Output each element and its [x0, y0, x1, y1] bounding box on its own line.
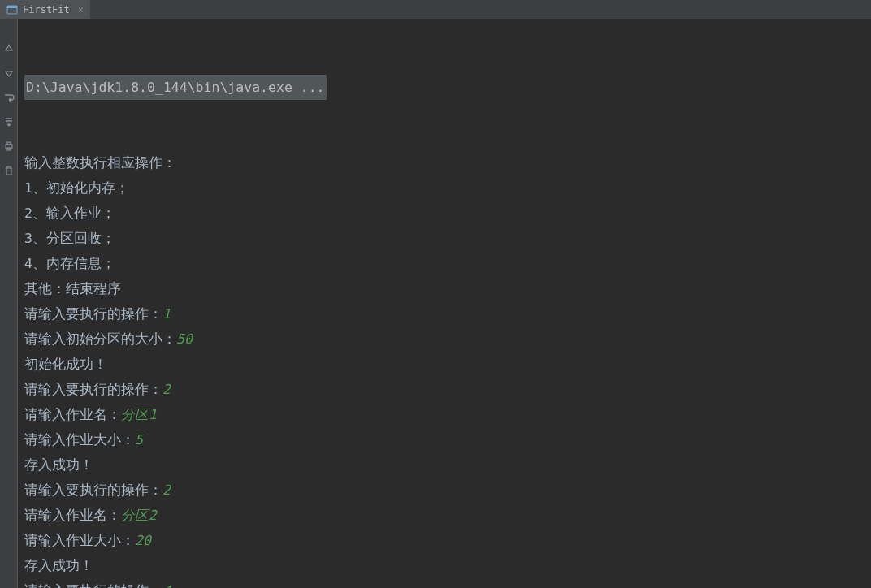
console-line: 输入整数执行相应操作：	[24, 150, 864, 175]
console-user-input: 1	[162, 306, 171, 322]
console-prompt: 请输入初始分区的大小：	[24, 331, 176, 347]
console-user-input: 分区1	[121, 407, 157, 422]
console-user-input: 50	[176, 331, 193, 347]
console-line: 请输入作业大小：5	[24, 427, 864, 452]
console-line: 请输入要执行的操作：1	[24, 301, 864, 326]
console-line: 请输入要执行的操作：4	[24, 578, 864, 588]
console-prompt: 请输入要执行的操作：	[24, 306, 162, 322]
print-icon[interactable]	[2, 140, 15, 153]
soft-wrap-icon[interactable]	[2, 91, 15, 104]
console-user-input: 4	[162, 583, 171, 588]
console-line: 存入成功！	[24, 553, 864, 578]
console-line: 4、内存信息；	[24, 251, 864, 276]
console-prompt: 存入成功！	[24, 457, 93, 473]
tab-firstfit[interactable]: FirstFit ×	[0, 0, 90, 19]
console-prompt: 请输入作业大小：	[24, 432, 135, 447]
scroll-to-end-icon[interactable]	[2, 115, 15, 128]
console-prompt: 4、内存信息；	[24, 256, 115, 271]
console-line: 3、分区回收；	[24, 226, 864, 251]
console-prompt: 输入整数执行相应操作：	[24, 155, 176, 171]
console-user-input: 分区2	[121, 508, 157, 523]
console-line: 1、初始化内存；	[24, 175, 864, 201]
console-line: 请输入要执行的操作：2	[24, 377, 864, 402]
console-prompt: 其他：结束程序	[24, 281, 121, 296]
close-icon[interactable]: ×	[78, 4, 84, 15]
console-line: 请输入初始分区的大小：50	[24, 326, 864, 352]
console-output[interactable]: D:\Java\jdk1.8.0_144\bin\java.exe ... 输入…	[18, 19, 871, 588]
svg-rect-3	[7, 142, 11, 145]
console-line: 请输入要执行的操作：2	[24, 478, 864, 503]
gutter	[0, 19, 18, 588]
tab-bar: FirstFit ×	[0, 0, 871, 19]
console-prompt: 2、输入作业；	[24, 205, 115, 221]
console-prompt: 请输入作业名：	[24, 508, 121, 523]
console-line: 其他：结束程序	[24, 276, 864, 301]
console-line: 请输入作业名：分区1	[24, 402, 864, 427]
console-line: 请输入作业大小：20	[24, 528, 864, 553]
trash-icon[interactable]	[2, 164, 15, 177]
console-prompt: 请输入要执行的操作：	[24, 482, 162, 498]
svg-rect-1	[7, 6, 17, 8]
console-prompt: 存入成功！	[24, 558, 93, 573]
console-user-input: 2	[162, 482, 171, 498]
console-line: 存入成功！	[24, 452, 864, 478]
console-line: 请输入作业名：分区2	[24, 503, 864, 528]
arrow-up-icon[interactable]	[2, 42, 15, 55]
console-prompt: 请输入要执行的操作：	[24, 583, 162, 588]
console-user-input: 2	[162, 382, 171, 397]
console-prompt: 请输入作业大小：	[24, 533, 135, 548]
command-line: D:\Java\jdk1.8.0_144\bin\java.exe ...	[24, 75, 327, 100]
console-prompt: 1、初始化内存；	[24, 180, 129, 196]
console-line: 初始化成功！	[24, 352, 864, 377]
console-user-input: 5	[135, 432, 143, 447]
console-prompt: 请输入作业名：	[24, 407, 121, 422]
console-prompt: 请输入要执行的操作：	[24, 382, 162, 397]
console-prompt: 3、分区回收；	[24, 231, 115, 246]
tab-title: FirstFit	[23, 4, 70, 15]
console-prompt: 初始化成功！	[24, 357, 107, 372]
console-line: 2、输入作业；	[24, 201, 864, 226]
main-area: D:\Java\jdk1.8.0_144\bin\java.exe ... 输入…	[0, 19, 871, 588]
run-config-icon	[6, 4, 18, 15]
arrow-down-icon[interactable]	[2, 67, 15, 80]
console-user-input: 20	[135, 533, 151, 548]
